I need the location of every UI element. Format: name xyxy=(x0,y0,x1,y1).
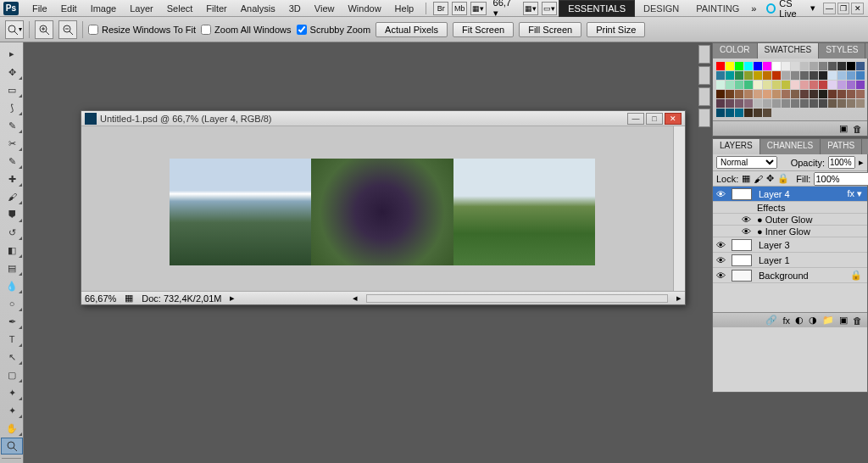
swatch[interactable] xyxy=(847,90,855,98)
blend-mode-select[interactable]: Normal xyxy=(716,156,777,169)
gradient-tool[interactable]: ▤ xyxy=(1,259,23,276)
zoom-in-icon[interactable] xyxy=(35,20,53,39)
swatch[interactable] xyxy=(819,99,827,108)
swatch[interactable] xyxy=(754,71,762,80)
menu-edit[interactable]: Edit xyxy=(54,2,84,15)
layer-name[interactable]: Background xyxy=(755,271,845,281)
swatch[interactable] xyxy=(819,62,827,70)
swatch[interactable] xyxy=(726,109,734,117)
actual-pixels-button[interactable]: Actual Pixels xyxy=(376,22,448,37)
swatch[interactable] xyxy=(763,109,771,117)
effect-name[interactable]: ● Outer Glow xyxy=(754,215,867,225)
swatch[interactable] xyxy=(716,71,725,80)
swatch[interactable] xyxy=(810,90,818,98)
swatch[interactable] xyxy=(735,81,743,89)
dock-history-icon[interactable] xyxy=(698,66,710,85)
arrange-docs-icon[interactable]: ▦▾ xyxy=(523,2,538,15)
swatch[interactable] xyxy=(782,90,790,98)
swatch[interactable] xyxy=(800,99,809,108)
eyedropper-tool[interactable]: ✎ xyxy=(1,153,23,170)
print-size-button[interactable]: Print Size xyxy=(587,22,645,37)
lasso-tool[interactable]: ⟆ xyxy=(1,99,23,116)
swatch[interactable] xyxy=(772,81,781,89)
layer-thumbnail[interactable] xyxy=(732,270,752,282)
swatch[interactable] xyxy=(744,81,753,89)
blur-tool[interactable]: 💧 xyxy=(1,277,23,294)
swatch[interactable] xyxy=(837,81,846,89)
swatch[interactable] xyxy=(716,81,725,89)
hand-tool[interactable]: ✋ xyxy=(1,420,23,437)
cs-live-button[interactable]: CS Live▾ xyxy=(760,0,822,20)
swatch[interactable] xyxy=(735,62,743,70)
layer-fx-badge[interactable]: fx ▾ xyxy=(842,188,867,199)
swatch[interactable] xyxy=(754,90,762,98)
swatch[interactable] xyxy=(791,71,799,80)
visibility-eye-icon[interactable]: 👁 xyxy=(713,271,728,281)
swatch[interactable] xyxy=(810,99,818,108)
visibility-eye-icon[interactable]: 👁 xyxy=(713,255,728,265)
minibridge-icon[interactable]: Mb xyxy=(452,2,467,15)
swatch[interactable] xyxy=(754,99,762,108)
menu-analysis[interactable]: Analysis xyxy=(234,2,282,15)
path-tool[interactable]: ↖ xyxy=(1,349,23,365)
window-minimize[interactable]: — xyxy=(823,3,836,14)
swatch[interactable] xyxy=(726,81,734,89)
adjustment-layer-icon[interactable]: ◑ xyxy=(809,315,817,326)
swatch[interactable] xyxy=(754,62,762,70)
layer-row[interactable]: 👁Layer 4fx ▾ xyxy=(713,187,867,202)
eraser-tool[interactable]: ◧ xyxy=(1,242,23,259)
layer-name[interactable]: Layer 4 xyxy=(755,189,842,199)
swatch[interactable] xyxy=(782,81,790,89)
3d-camera-tool[interactable]: ✦ xyxy=(1,402,23,419)
visibility-eye-icon[interactable]: 👁 xyxy=(738,215,754,225)
fill-screen-button[interactable]: Fill Screen xyxy=(519,22,581,37)
swatch[interactable] xyxy=(782,71,790,80)
fill-input[interactable] xyxy=(814,172,868,186)
resize-windows-checkbox[interactable]: Resize Windows To Fit xyxy=(88,25,196,35)
quick-select-tool[interactable]: ✎ xyxy=(1,117,23,134)
swatch[interactable] xyxy=(800,62,809,70)
styles-tab[interactable]: STYLES xyxy=(819,43,865,59)
layer-row[interactable]: Effects xyxy=(713,202,867,214)
swatch[interactable] xyxy=(782,62,790,70)
doc-size-readout[interactable]: Doc: 732,4K/2,01M xyxy=(142,293,221,304)
doc-zoom-readout[interactable]: 66,67% xyxy=(85,293,116,304)
doc-info-arrow[interactable]: ▸ xyxy=(230,293,235,304)
swatch[interactable] xyxy=(735,71,743,80)
swatch[interactable] xyxy=(791,99,799,108)
doc-canvas[interactable] xyxy=(81,126,685,291)
swatch[interactable] xyxy=(763,71,771,80)
swatch[interactable] xyxy=(856,71,865,80)
color-tab[interactable]: COLOR xyxy=(713,43,758,59)
marquee-tool[interactable]: ▭ xyxy=(1,81,23,98)
layer-thumbnail[interactable] xyxy=(732,254,752,266)
menu-layer[interactable]: Layer xyxy=(123,2,160,15)
menu-image[interactable]: Image xyxy=(84,2,124,15)
swatch[interactable] xyxy=(763,99,771,108)
doc-horizontal-scrollbar[interactable] xyxy=(366,294,668,303)
layers-menu-icon[interactable]: ▾≡ xyxy=(862,139,868,154)
effect-name[interactable]: ● Inner Glow xyxy=(754,226,867,237)
new-group-icon[interactable]: 📁 xyxy=(822,315,834,326)
swatch[interactable] xyxy=(726,99,734,108)
layer-mask-icon[interactable]: ◐ xyxy=(795,315,804,326)
swatch[interactable] xyxy=(772,90,781,98)
swatch[interactable] xyxy=(744,90,753,98)
menu-help[interactable]: Help xyxy=(388,2,421,15)
doc-hscroll-left[interactable]: ◂ xyxy=(353,293,358,304)
swatch[interactable] xyxy=(856,81,865,89)
swatch[interactable] xyxy=(716,99,725,108)
swatch[interactable] xyxy=(800,81,809,89)
swatch[interactable] xyxy=(735,99,743,108)
view-extras-icon[interactable]: ▦▾ xyxy=(470,2,486,15)
swatch[interactable] xyxy=(828,71,837,80)
window-restore[interactable]: ❐ xyxy=(837,3,850,14)
type-tool[interactable]: T xyxy=(1,331,23,348)
zoom-level-display[interactable]: 66,7 ▾ xyxy=(488,0,521,19)
lock-pixels-icon[interactable]: 🖌 xyxy=(754,174,763,184)
swatch[interactable] xyxy=(782,99,790,108)
layer-row[interactable]: 👁● Inner Glow xyxy=(713,226,867,237)
swatch[interactable] xyxy=(819,90,827,98)
opacity-arrow-icon[interactable]: ▸ xyxy=(859,157,864,168)
swatch[interactable] xyxy=(716,62,725,70)
